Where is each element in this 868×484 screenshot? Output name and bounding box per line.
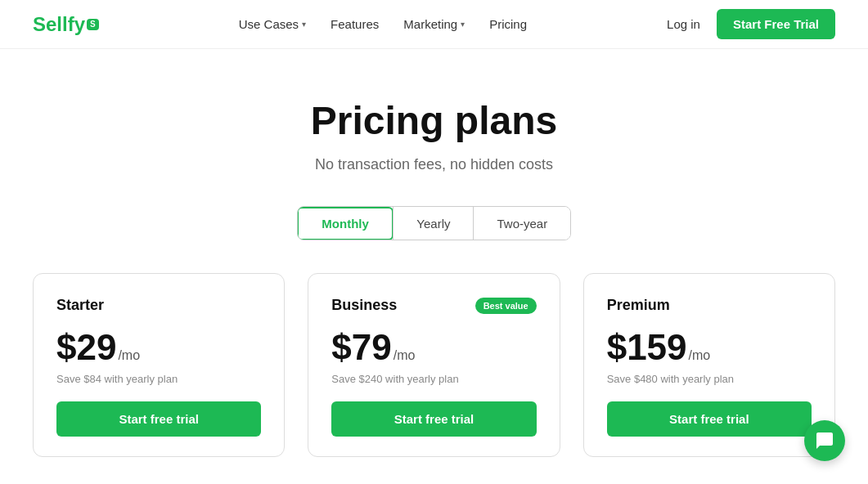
price-amount-business: $79 [331,327,391,368]
nav-actions: Log in Start Free Trial [667,9,835,39]
page-title: Pricing plans [33,98,835,143]
chevron-down-icon: ▾ [302,20,306,29]
card-header-business: Business Best value [331,297,536,314]
plan-starter: Starter $29 /mo Save $84 with yearly pla… [33,273,285,457]
hero-section: Pricing plans No transaction fees, no hi… [33,98,835,173]
chat-icon [815,431,834,450]
logo[interactable]: SellfyS [33,13,99,36]
price-savings-premium: Save $480 with yearly plan [607,373,812,385]
plan-premium: Premium $159 /mo Save $480 with yearly p… [583,273,835,457]
chevron-down-icon: ▾ [461,20,465,29]
logo-text: Sellfy [33,13,85,36]
nav-item-features[interactable]: Features [331,17,379,31]
nav-item-marketing[interactable]: Marketing ▾ [403,17,465,31]
header: SellfyS Use Cases ▾ Features Marketing ▾… [0,0,868,49]
start-free-trial-button[interactable]: Start Free Trial [717,9,835,39]
price-period-starter: /mo [118,348,140,363]
price-amount-premium: $159 [607,327,687,368]
billing-twoyear-button[interactable]: Two-year [473,207,570,240]
cta-button-business[interactable]: Start free trial [331,401,536,437]
billing-monthly-button[interactable]: Monthly [297,207,394,240]
main-content: Pricing plans No transaction fees, no hi… [0,49,868,484]
cta-button-premium[interactable]: Start free trial [607,401,812,437]
cta-button-starter[interactable]: Start free trial [56,401,261,437]
billing-yearly-button[interactable]: Yearly [393,207,473,240]
plan-business: Business Best value $79 /mo Save $240 wi… [308,273,560,457]
login-button[interactable]: Log in [667,17,700,31]
price-row-premium: $159 /mo [607,327,812,368]
price-row-business: $79 /mo [331,327,536,368]
price-amount-starter: $29 [56,327,116,368]
plan-name-starter: Starter [56,297,104,314]
toggle-group: Monthly Yearly Two-year [297,206,571,240]
nav-item-use-cases[interactable]: Use Cases ▾ [239,17,306,31]
best-value-badge: Best value [475,298,537,314]
main-nav: Use Cases ▾ Features Marketing ▾ Pricing [239,17,527,31]
price-period-premium: /mo [689,348,711,363]
price-savings-starter: Save $84 with yearly plan [56,373,261,385]
nav-item-pricing[interactable]: Pricing [489,17,527,31]
card-header-premium: Premium [607,297,812,314]
price-period-business: /mo [394,348,416,363]
hero-subtitle: No transaction fees, no hidden costs [33,156,835,173]
plan-name-business: Business [331,297,397,314]
billing-toggle: Monthly Yearly Two-year [33,206,835,240]
pricing-grid: Starter $29 /mo Save $84 with yearly pla… [33,273,835,457]
chat-bubble[interactable] [804,420,845,461]
logo-badge: S [87,19,99,30]
card-header-starter: Starter [56,297,261,314]
price-row-starter: $29 /mo [56,327,261,368]
plan-name-premium: Premium [607,297,670,314]
price-savings-business: Save $240 with yearly plan [331,373,536,385]
